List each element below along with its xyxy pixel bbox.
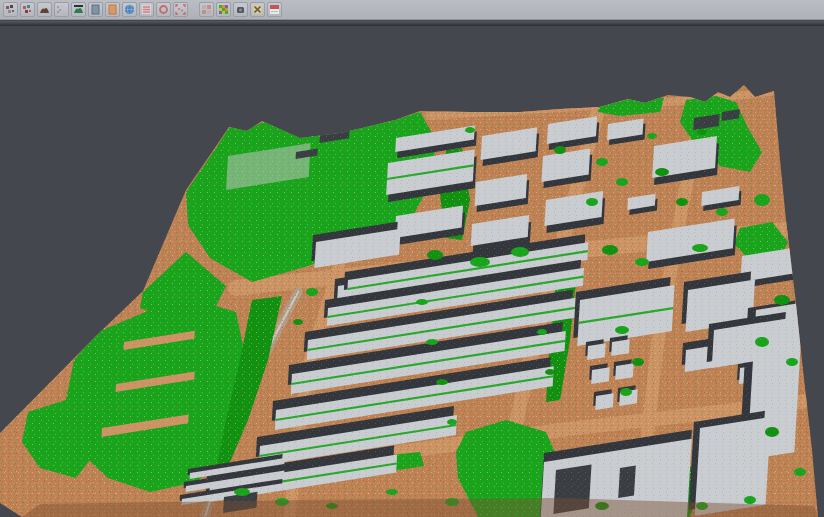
- flag-box-icon[interactable]: [267, 2, 282, 17]
- toolbar-group-gap: [189, 2, 198, 17]
- striped-box-icon[interactable]: [139, 2, 154, 17]
- classify-points-icon[interactable]: [20, 2, 35, 17]
- camera-icon[interactable]: [233, 2, 248, 17]
- terrain-mound-icon[interactable]: [37, 2, 52, 17]
- checker-grid-icon[interactable]: [199, 2, 214, 17]
- sparse-dots-icon[interactable]: [54, 2, 69, 17]
- classified-cloud-icon[interactable]: [216, 2, 231, 17]
- crossed-box-icon[interactable]: [250, 2, 265, 17]
- application-window: [0, 0, 824, 517]
- selection-brackets-icon[interactable]: [173, 2, 188, 17]
- main-toolbar: [0, 0, 824, 20]
- target-ring-icon[interactable]: [156, 2, 171, 17]
- toolbar-separator: [0, 21, 824, 26]
- orange-tile-icon[interactable]: [105, 2, 120, 17]
- 3d-viewport[interactable]: [0, 0, 824, 517]
- globe-icon[interactable]: [122, 2, 137, 17]
- open-cloud-icon[interactable]: [3, 2, 18, 17]
- column-icon[interactable]: [88, 2, 103, 17]
- green-hill-icon[interactable]: [71, 2, 86, 17]
